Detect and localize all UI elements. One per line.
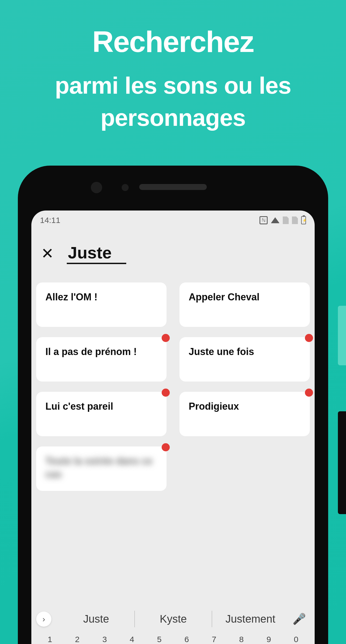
- sound-card[interactable]: Appeler Cheval: [179, 282, 310, 327]
- sim-icon: [283, 216, 289, 224]
- hero-subtitle: parmi les sons ou les personnages: [0, 70, 346, 134]
- keyboard-key[interactable]: 5: [146, 635, 173, 644]
- hero: Recherchez parmi les sons ou les personn…: [0, 0, 346, 134]
- keyboard-key[interactable]: 1: [36, 635, 64, 644]
- battery-icon: ⚡: [301, 216, 306, 224]
- keyboard-key[interactable]: 8: [228, 635, 255, 644]
- keyboard-number-row: 1234567890: [31, 635, 315, 644]
- suggestion-row: › Juste Kyste Justement 🎤: [31, 606, 315, 635]
- new-badge-icon: [305, 334, 313, 342]
- sim-icon: [292, 216, 298, 224]
- new-badge-icon: [162, 334, 170, 342]
- new-badge-icon: [162, 389, 170, 397]
- phone-camera-icon: [91, 182, 102, 193]
- nfc-icon: ℕ: [260, 216, 268, 224]
- keyboard-key[interactable]: 6: [173, 635, 200, 644]
- new-badge-icon: [305, 389, 313, 397]
- sound-card-label: Il a pas de prénom !: [45, 345, 137, 359]
- decorative-side-pill: [338, 306, 346, 365]
- sound-card[interactable]: Allez l'OM !: [36, 282, 167, 327]
- search-bar: ✕: [31, 230, 315, 275]
- sound-card-label: Allez l'OM !: [45, 291, 98, 304]
- results-grid: Allez l'OM !Appeler ChevalIl a pas de pr…: [31, 275, 315, 606]
- search-input[interactable]: [67, 243, 126, 264]
- status-bar: 14:11 ℕ ⚡: [31, 211, 315, 230]
- chevron-right-icon[interactable]: ›: [36, 612, 51, 627]
- phone-sensor-icon: [122, 184, 129, 191]
- phone-speaker: [139, 184, 207, 190]
- keyboard: › Juste Kyste Justement 🎤 1234567890: [31, 606, 315, 644]
- keyboard-key[interactable]: 4: [118, 635, 146, 644]
- keyboard-key[interactable]: 3: [91, 635, 118, 644]
- sound-card-label: Toute la soirée dans ce cas: [45, 455, 157, 481]
- sound-card[interactable]: Il a pas de prénom !: [36, 337, 167, 382]
- phone-frame: 14:11 ℕ ⚡ ✕ Allez l'OM !Appeler ChevalIl…: [18, 166, 328, 644]
- sound-card-label: Appeler Cheval: [189, 291, 260, 304]
- sound-card[interactable]: Lui c'est pareil: [36, 392, 167, 436]
- new-badge-icon: [162, 443, 170, 451]
- keyboard-key[interactable]: 2: [64, 635, 91, 644]
- sound-card-label: Juste une fois: [189, 345, 254, 359]
- suggestion[interactable]: Justement: [212, 611, 289, 627]
- sound-card-label: Prodigieux: [189, 400, 239, 413]
- wifi-icon: [271, 217, 280, 223]
- microphone-icon[interactable]: 🎤: [289, 613, 310, 625]
- sound-card[interactable]: Juste une fois: [179, 337, 310, 382]
- close-icon[interactable]: ✕: [41, 246, 54, 261]
- phone-screen: 14:11 ℕ ⚡ ✕ Allez l'OM !Appeler ChevalIl…: [31, 211, 315, 644]
- keyboard-key[interactable]: 7: [200, 635, 228, 644]
- keyboard-key[interactable]: 9: [255, 635, 282, 644]
- status-time: 14:11: [40, 216, 60, 225]
- hero-title: Recherchez: [0, 24, 346, 59]
- sound-card[interactable]: Toute la soirée dans ce cas: [36, 446, 167, 491]
- suggestion[interactable]: Juste: [58, 611, 134, 627]
- sound-card-label: Lui c'est pareil: [45, 400, 113, 413]
- decorative-side-pill-dark: [338, 411, 346, 514]
- keyboard-key[interactable]: 0: [282, 635, 310, 644]
- sound-card[interactable]: Prodigieux: [179, 392, 310, 436]
- suggestion[interactable]: Kyste: [134, 611, 211, 627]
